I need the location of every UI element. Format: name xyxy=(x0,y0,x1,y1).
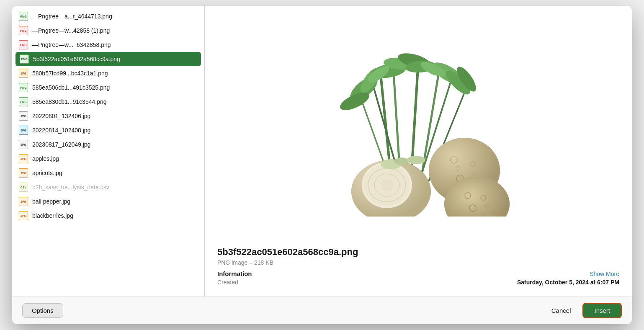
svg-point-48 xyxy=(407,156,425,164)
file-name: 20230817_162049.jpg xyxy=(32,141,90,148)
file-type-icon: JPG xyxy=(19,168,28,178)
file-name: apples.jpg xyxy=(32,155,59,162)
file-type-icon: PNG xyxy=(19,97,28,106)
preview-filetype: PNG image – 218 KB xyxy=(217,259,619,266)
created-row: Created Saturday, October 5, 2024 at 6:0… xyxy=(217,279,619,286)
info-section-header: Information Show More xyxy=(217,270,619,277)
show-more-button[interactable]: Show More xyxy=(590,271,619,277)
file-name: 20220814_102408.jpg xyxy=(32,127,90,134)
list-item[interactable]: JPGblackberries.jpg xyxy=(12,209,204,223)
footer-right: Cancel Insert xyxy=(544,303,622,318)
file-type-icon: PNG xyxy=(20,54,29,64)
options-button[interactable]: Options xyxy=(22,303,63,318)
preview-image-area xyxy=(217,14,619,242)
file-type-icon: JPG xyxy=(19,126,28,135)
preview-image xyxy=(309,41,527,217)
file-name: 580b57fcd99...bc43c1a1.png xyxy=(32,70,108,77)
file-list-panel: PNG—Pngtree—a...r_4644713.pngPNG—Pngtree… xyxy=(12,6,205,296)
file-name: ball pepper.jpg xyxy=(32,198,70,205)
list-item[interactable]: JPG20230817_162049.jpg xyxy=(12,137,204,152)
file-name: b2b_saas_tre...lysis_data.csv xyxy=(32,184,109,191)
file-name: —Pngtree—w...42858 (1).png xyxy=(32,27,110,34)
file-name: blackberries.jpg xyxy=(32,212,73,219)
file-type-icon: JPG xyxy=(19,111,28,121)
file-type-icon: PNG xyxy=(19,40,28,49)
list-item[interactable]: JPG20220801_132406.jpg xyxy=(12,109,204,123)
file-type-icon: JPG xyxy=(19,69,28,78)
file-info: 5b3f522ac051e602a568cc9a.png PNG image –… xyxy=(217,242,619,288)
file-name: 20220801_132406.jpg xyxy=(32,113,90,119)
insert-image-dialog: PNG—Pngtree—a...r_4644713.pngPNG—Pngtree… xyxy=(12,6,632,324)
list-item[interactable]: PNG—Pngtree—w...42858 (1).png xyxy=(12,23,204,38)
file-type-icon: JPG xyxy=(19,140,28,149)
file-type-icon: JPG xyxy=(19,197,28,206)
info-label: Information xyxy=(217,270,252,277)
list-item[interactable]: JPGball pepper.jpg xyxy=(12,194,204,209)
file-name: 585ea830cb1...91c3544.png xyxy=(32,98,107,105)
file-type-icon: PNG xyxy=(19,83,28,92)
file-name: 5b3f522ac051e602a568cc9a.png xyxy=(33,56,120,62)
list-item[interactable]: CSVb2b_saas_tre...lysis_data.csv xyxy=(12,180,204,194)
list-item[interactable]: JPG580b57fcd99...bc43c1a1.png xyxy=(12,66,204,80)
list-item[interactable]: PNG5b3f522ac051e602a568cc9a.png xyxy=(15,52,201,66)
cancel-button[interactable]: Cancel xyxy=(544,304,579,317)
list-item[interactable]: PNG585ea830cb1...91c3544.png xyxy=(12,95,204,109)
list-item[interactable]: PNG585ea506cb1...491c3525.png xyxy=(12,80,204,95)
list-item[interactable]: JPGapricots.jpg xyxy=(12,166,204,180)
file-type-icon: JPG xyxy=(19,211,28,220)
dialog-body: PNG—Pngtree—a...r_4644713.pngPNG—Pngtree… xyxy=(12,6,632,296)
file-name: 585ea506cb1...491c3525.png xyxy=(32,84,110,91)
created-value: Saturday, October 5, 2024 at 6:07 PM xyxy=(517,279,619,286)
list-item[interactable]: JPGapples.jpg xyxy=(12,152,204,166)
list-item[interactable]: PNG—Pngtree—w..._6342858.png xyxy=(12,38,204,52)
created-label: Created xyxy=(217,279,238,286)
file-name: —Pngtree—a...r_4644713.png xyxy=(32,13,112,20)
dialog-footer: Options Cancel Insert xyxy=(12,296,632,324)
svg-point-26 xyxy=(381,179,393,191)
file-type-icon: CSV xyxy=(19,183,28,192)
preview-panel: 5b3f522ac051e602a568cc9a.png PNG image –… xyxy=(205,6,632,296)
file-name: apricots.jpg xyxy=(32,170,62,176)
list-item[interactable]: JPG20220814_102408.jpg xyxy=(12,123,204,137)
file-type-icon: PNG xyxy=(19,26,28,35)
file-type-icon: JPG xyxy=(19,154,28,163)
insert-button[interactable]: Insert xyxy=(582,303,622,318)
file-name: —Pngtree—w..._6342858.png xyxy=(32,41,111,48)
file-type-icon: PNG xyxy=(19,12,28,21)
preview-filename: 5b3f522ac051e602a568cc9a.png xyxy=(217,247,619,258)
svg-point-47 xyxy=(394,157,409,165)
list-item[interactable]: PNG—Pngtree—a...r_4644713.png xyxy=(12,9,204,23)
